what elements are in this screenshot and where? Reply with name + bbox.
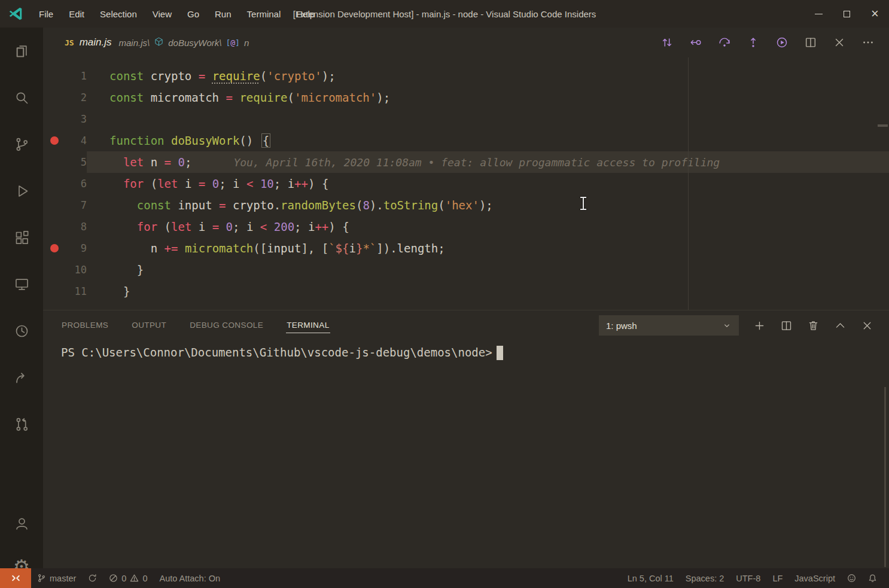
- gutter[interactable]: 1: [43, 65, 87, 87]
- notifications-button[interactable]: [862, 568, 883, 588]
- tab-main-js[interactable]: JS main.js: [65, 36, 112, 48]
- gutter[interactable]: 10: [43, 259, 87, 281]
- menu-selection[interactable]: Selection: [92, 0, 145, 28]
- activity-explorer[interactable]: [0, 28, 43, 74]
- code-text[interactable]: n += micromatch([input], [`${i}*`]).leng…: [87, 237, 889, 259]
- maximize-panel-button[interactable]: [834, 319, 847, 332]
- sync-button[interactable]: [82, 568, 103, 588]
- code-token: [219, 220, 226, 233]
- code-text[interactable]: }: [87, 259, 889, 281]
- close-window-button[interactable]: ×: [861, 0, 889, 28]
- breadcrumb-member[interactable]: n: [244, 38, 249, 48]
- split-terminal-button[interactable]: [780, 319, 793, 332]
- menu-run[interactable]: Run: [207, 0, 239, 28]
- branch-item[interactable]: master: [31, 568, 82, 588]
- menu-go[interactable]: Go: [179, 0, 207, 28]
- problems-item[interactable]: 0 0: [103, 568, 153, 588]
- new-terminal-button[interactable]: [753, 319, 766, 332]
- gutter[interactable]: 7: [43, 194, 87, 216]
- breakpoint[interactable]: [50, 244, 59, 252]
- panel-tab-problems[interactable]: PROBLEMS: [61, 318, 109, 333]
- more-actions-icon[interactable]: [861, 36, 875, 49]
- activity-search[interactable]: [0, 74, 43, 121]
- close-panel-button[interactable]: [861, 319, 873, 332]
- code-text[interactable]: for (let i = 0; i < 10; i++) {: [87, 173, 889, 194]
- step-out-icon[interactable]: [747, 36, 760, 49]
- activity-run-and-debug[interactable]: [0, 167, 43, 214]
- encoding-item[interactable]: UTF-8: [730, 568, 766, 588]
- activity-github-pull-requests[interactable]: [0, 401, 43, 447]
- step-back-icon[interactable]: [689, 36, 702, 49]
- kill-terminal-button[interactable]: [807, 319, 820, 332]
- code-token: let: [171, 220, 191, 233]
- activity-source-control[interactable]: [0, 121, 43, 167]
- step-over-icon[interactable]: [718, 36, 731, 49]
- gutter[interactable]: 5: [43, 151, 87, 173]
- tab-label: main.js: [80, 36, 112, 48]
- code-text[interactable]: const input = crypto.randomBytes(8).toSt…: [87, 194, 889, 216]
- panel-tab-terminal[interactable]: TERMINAL: [286, 318, 330, 333]
- close-editor-icon[interactable]: [833, 36, 846, 49]
- terminal-shell-select[interactable]: 1: pwsh: [599, 315, 739, 336]
- line-number: 3: [81, 113, 87, 125]
- code-editor[interactable]: 1const crypto = require('crypto');2const…: [43, 57, 889, 310]
- code-text[interactable]: function doBusyWork() {: [87, 130, 889, 151]
- code-text[interactable]: for (let i = 0; i < 200; i++) {: [87, 216, 889, 237]
- breakpoint-slot[interactable]: [50, 179, 59, 188]
- code-text[interactable]: const micromatch = require('micromatch')…: [87, 87, 889, 108]
- code-token: [191, 220, 198, 233]
- git-branch-icon: [37, 574, 46, 583]
- breakpoint-slot[interactable]: [50, 223, 59, 231]
- remote-indicator[interactable]: [0, 568, 31, 588]
- menu-file[interactable]: File: [31, 0, 61, 28]
- breadcrumb-file[interactable]: main.js\: [119, 38, 150, 48]
- auto-attach-item[interactable]: Auto Attach: On: [153, 568, 226, 588]
- compare-changes-icon[interactable]: [660, 36, 674, 49]
- code-token: const: [109, 91, 144, 104]
- gutter[interactable]: 3: [43, 108, 87, 130]
- gutter[interactable]: 9: [43, 237, 87, 259]
- gutter[interactable]: 8: [43, 216, 87, 237]
- indentation-item[interactable]: Spaces: 2: [680, 568, 730, 588]
- continue-icon[interactable]: [775, 36, 788, 49]
- terminal-scrollbar[interactable]: [884, 387, 886, 567]
- eol-label: LF: [772, 574, 783, 583]
- gutter[interactable]: 4: [43, 130, 87, 151]
- code-text[interactable]: [87, 108, 889, 130]
- breadcrumb-symbol[interactable]: doBusyWork\: [168, 38, 221, 48]
- menu-view[interactable]: View: [145, 0, 179, 28]
- code-token: crypto: [151, 69, 192, 83]
- feedback-button[interactable]: [841, 568, 862, 588]
- eol-item[interactable]: LF: [766, 568, 788, 588]
- panel-tab-output[interactable]: OUTPUT: [131, 318, 167, 333]
- gutter[interactable]: 11: [43, 281, 87, 302]
- breakpoint-slot[interactable]: [50, 287, 59, 295]
- breakpoint-slot[interactable]: [50, 201, 59, 209]
- breakpoint-slot[interactable]: [50, 115, 59, 123]
- activity-remote-explorer[interactable]: [0, 261, 43, 307]
- maximize-button[interactable]: [833, 0, 861, 28]
- activity-extensions[interactable]: [0, 214, 43, 261]
- terminal[interactable]: PS C:\Users\Connor\Documents\Github\vsco…: [43, 341, 889, 568]
- minimize-button[interactable]: [805, 0, 833, 28]
- menu-terminal[interactable]: Terminal: [239, 0, 289, 28]
- breakpoint-slot[interactable]: [50, 72, 59, 80]
- accounts-button[interactable]: [0, 502, 43, 545]
- split-editor-icon[interactable]: [804, 36, 817, 49]
- code-text[interactable]: }: [87, 281, 889, 302]
- code-token: <: [246, 177, 253, 190]
- activity-live-share[interactable]: [0, 354, 43, 401]
- code-text[interactable]: const crypto = require('crypto');: [87, 65, 889, 87]
- breakpoint-slot[interactable]: [50, 158, 59, 166]
- gutter[interactable]: 6: [43, 173, 87, 194]
- breakpoint-slot[interactable]: [50, 266, 59, 274]
- gutter[interactable]: 2: [43, 87, 87, 108]
- language-item[interactable]: JavaScript: [788, 568, 841, 588]
- code-text[interactable]: let n = 0;You, April 16th, 2020 11:08am …: [87, 151, 889, 173]
- menu-edit[interactable]: Edit: [61, 0, 92, 28]
- breakpoint[interactable]: [50, 136, 59, 145]
- line-col-item[interactable]: Ln 5, Col 11: [622, 568, 680, 588]
- breakpoint-slot[interactable]: [50, 93, 59, 102]
- panel-tab-debug-console[interactable]: DEBUG CONSOLE: [189, 318, 264, 333]
- activity-profile[interactable]: [0, 307, 43, 354]
